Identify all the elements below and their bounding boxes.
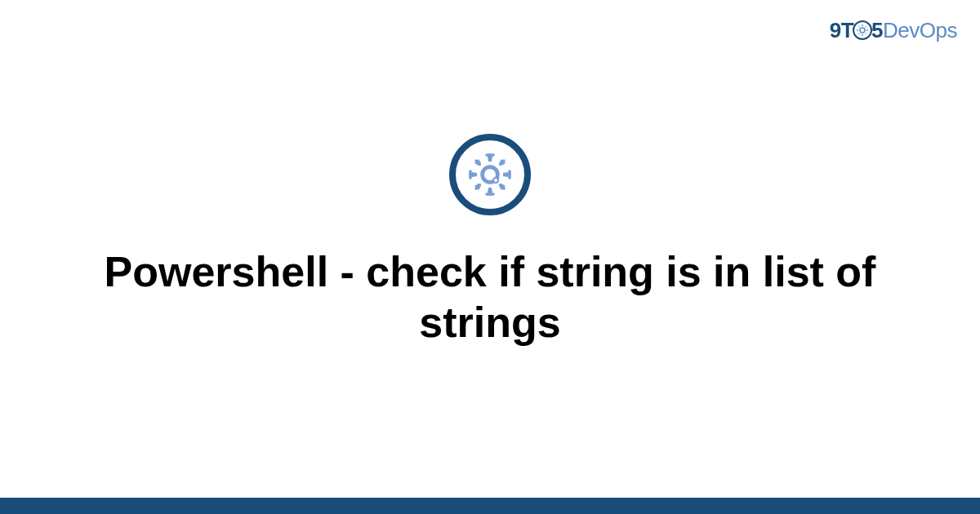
main-content: Powershell - check if string is in list … <box>0 0 980 514</box>
footer-bar <box>0 498 980 514</box>
svg-point-4 <box>493 178 498 183</box>
gear-icon-large <box>449 134 531 215</box>
page-title: Powershell - check if string is in list … <box>82 246 898 348</box>
